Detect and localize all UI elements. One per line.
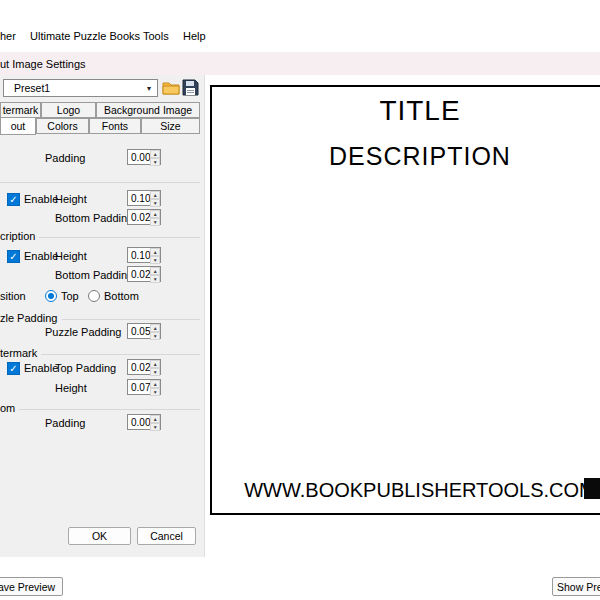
spin-up-icon[interactable]: ▲ xyxy=(150,267,160,275)
spin-up-icon[interactable]: ▲ xyxy=(150,191,160,199)
preview-logo-icon xyxy=(584,478,600,499)
spin-down-icon[interactable]: ▼ xyxy=(150,368,160,376)
save-icon xyxy=(182,79,199,96)
preview-canvas: TITLE DESCRIPTION WWW.BOOKPUBLISHERTOOLS… xyxy=(210,85,600,515)
puzzle-padding-label: Puzzle Padding xyxy=(45,326,121,338)
check-icon: ✓ xyxy=(9,195,17,205)
watermark-enable-label: Enable xyxy=(24,362,58,374)
menu-item-help[interactable]: Help xyxy=(183,30,206,42)
tab-background-image[interactable]: Background Image xyxy=(96,102,200,118)
spinner-value: 0.02 xyxy=(128,360,150,374)
folder-icon xyxy=(162,80,180,96)
title-enable-label: Enable xyxy=(24,193,58,205)
tab-colors[interactable]: Colors xyxy=(36,118,89,134)
description-height-label: Height xyxy=(55,250,87,262)
watermark-group-separator: termark xyxy=(0,347,200,359)
watermark-enable-checkbox[interactable]: ✓ xyxy=(7,362,20,375)
spin-up-icon[interactable]: ▲ xyxy=(150,324,160,332)
title-group-separator xyxy=(0,180,200,183)
description-height-spinner[interactable]: 0.10 ▲▼ xyxy=(127,247,161,263)
spin-down-icon[interactable]: ▼ xyxy=(150,158,160,166)
app-window: her Ultimate Puzzle Books Tools Help ut … xyxy=(0,0,600,600)
spinner-value: 0.05 xyxy=(128,324,150,338)
spin-up-icon[interactable]: ▲ xyxy=(150,248,160,256)
title-enable-checkbox[interactable]: ✓ xyxy=(7,193,20,206)
spinner-value: 0.10 xyxy=(128,191,150,205)
check-icon: ✓ xyxy=(9,364,17,374)
save-preset-button[interactable] xyxy=(182,78,201,97)
show-preview-button[interactable]: Show Previ xyxy=(552,577,600,596)
tab-layout[interactable]: out xyxy=(0,117,36,135)
spinner-value: 0.02 xyxy=(128,210,150,224)
spin-down-icon[interactable]: ▼ xyxy=(150,423,160,431)
description-group-separator: cription xyxy=(0,230,200,242)
watermark-top-padding-label: Top Padding xyxy=(55,362,116,374)
watermark-top-padding-spinner[interactable]: 0.02 ▲▼ xyxy=(127,359,161,375)
check-icon: ✓ xyxy=(9,252,17,262)
preview-footer-text: WWW.BOOKPUBLISHERTOOLS.COM xyxy=(212,479,600,502)
puzzle-group-caption: zle Padding xyxy=(0,312,58,324)
tab-fonts[interactable]: Fonts xyxy=(89,118,141,134)
spinner-value: 0.00 xyxy=(128,150,150,164)
title-height-label: Height xyxy=(55,193,87,205)
title-height-spinner[interactable]: 0.10 ▲▼ xyxy=(127,190,161,206)
tab-size[interactable]: Size xyxy=(141,118,200,134)
spin-up-icon[interactable]: ▲ xyxy=(150,415,160,423)
dialog-titlebar: ut Image Settings xyxy=(0,52,600,75)
spin-down-icon[interactable]: ▼ xyxy=(150,275,160,283)
position-bottom-radio[interactable] xyxy=(88,290,100,302)
preview-title-text: TITLE xyxy=(212,95,600,127)
bottom-padding-label: Padding xyxy=(45,417,85,429)
top-padding-label: Padding xyxy=(45,152,85,164)
spinner-value: 0.10 xyxy=(128,248,150,262)
preset-combobox[interactable]: Preset1 ▾ xyxy=(3,79,158,97)
position-group-caption: sition xyxy=(0,290,26,302)
spin-down-icon[interactable]: ▼ xyxy=(150,388,160,396)
spinner-value: 0.00 xyxy=(128,415,150,429)
tab-logo[interactable]: Logo xyxy=(41,102,96,118)
spin-down-icon[interactable]: ▼ xyxy=(150,256,160,264)
bottom-padding-spinner[interactable]: 0.00 ▲▼ xyxy=(127,414,161,430)
description-group-caption: cription xyxy=(0,230,35,242)
spin-up-icon[interactable]: ▲ xyxy=(150,380,160,388)
watermark-group-caption: termark xyxy=(0,347,37,359)
puzzle-padding-spinner[interactable]: 0.05 ▲▼ xyxy=(127,323,161,339)
description-bottom-padding-spinner[interactable]: 0.02 ▲▼ xyxy=(127,266,161,282)
spin-down-icon[interactable]: ▼ xyxy=(150,199,160,207)
puzzle-group-separator: zle Padding xyxy=(0,312,200,324)
description-bottom-padding-label: Bottom Padding xyxy=(55,269,133,281)
spin-down-icon[interactable]: ▼ xyxy=(150,332,160,340)
top-padding-spinner[interactable]: 0.00 ▲▼ xyxy=(127,149,161,165)
position-bottom-label: Bottom xyxy=(104,290,139,302)
description-enable-label: Enable xyxy=(24,250,58,262)
ok-button[interactable]: OK xyxy=(68,527,131,545)
preset-value: Preset1 xyxy=(4,82,141,94)
menu-item-tools[interactable]: Tools xyxy=(143,30,169,42)
title-bottom-padding-spinner[interactable]: 0.02 ▲▼ xyxy=(127,209,161,225)
spin-up-icon[interactable]: ▲ xyxy=(150,360,160,368)
dialog-title: ut Image Settings xyxy=(0,58,86,70)
chevron-down-icon[interactable]: ▾ xyxy=(141,84,157,93)
menu-item-publisher[interactable]: her xyxy=(0,30,16,42)
spin-up-icon[interactable]: ▲ xyxy=(150,210,160,218)
settings-panel: Preset1 ▾ termark Logo Background Image … xyxy=(0,75,205,557)
watermark-height-label: Height xyxy=(55,382,87,394)
preview-description-text: DESCRIPTION xyxy=(212,142,600,171)
spin-down-icon[interactable]: ▼ xyxy=(150,218,160,226)
menubar: her Ultimate Puzzle Books Tools Help xyxy=(0,25,600,47)
title-bottom-padding-label: Bottom Padding xyxy=(55,212,133,224)
tab-watermark[interactable]: termark xyxy=(0,102,41,118)
bottom-group-caption: om xyxy=(0,402,15,414)
bottom-group-separator: om xyxy=(0,402,200,414)
cancel-button[interactable]: Cancel xyxy=(137,527,196,545)
menu-item-ultimate-puzzle-books[interactable]: Ultimate Puzzle Books xyxy=(30,30,140,42)
open-preset-button[interactable] xyxy=(162,78,181,97)
position-top-radio[interactable] xyxy=(45,290,57,302)
spin-up-icon[interactable]: ▲ xyxy=(150,150,160,158)
description-enable-checkbox[interactable]: ✓ xyxy=(7,250,20,263)
watermark-height-spinner[interactable]: 0.07 ▲▼ xyxy=(127,379,161,395)
spinner-value: 0.02 xyxy=(128,267,150,281)
position-top-label: Top xyxy=(61,290,79,302)
save-preview-button[interactable]: ave Preview xyxy=(0,577,63,596)
spinner-value: 0.07 xyxy=(128,380,150,394)
